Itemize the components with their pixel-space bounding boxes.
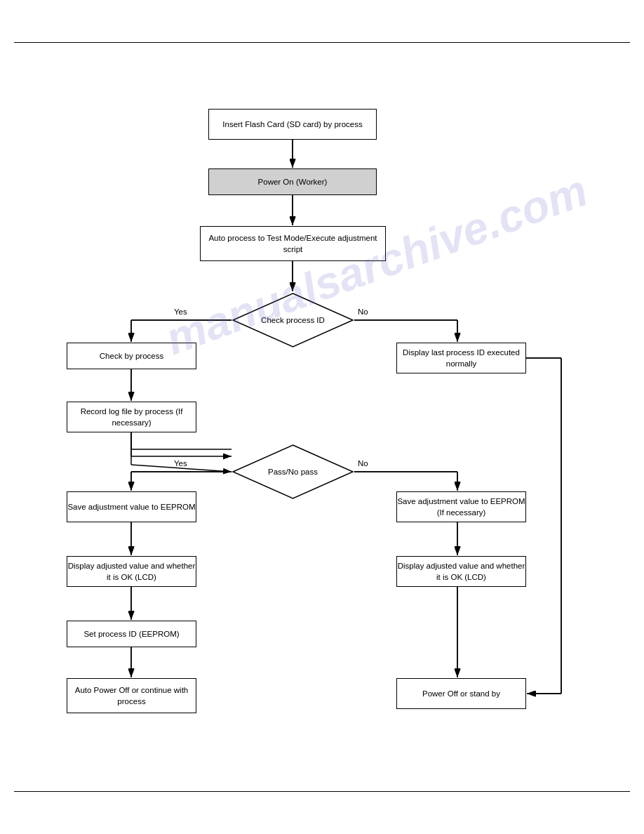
label-no2: No <box>358 459 368 468</box>
box-insert-flash-label: Insert Flash Card (SD card) by process <box>222 119 362 130</box>
label-yes2: Yes <box>174 459 187 468</box>
box-display-adj-yes: Display adjusted value and whether it is… <box>67 556 196 587</box>
flowchart: Insert Flash Card (SD card) by process P… <box>0 49 644 785</box>
box-set-process-id: Set process ID (EEPROM) <box>67 621 196 647</box>
top-rule <box>14 42 630 43</box>
box-insert-flash: Insert Flash Card (SD card) by process <box>208 109 377 140</box>
box-display-adj-no-label: Display adjusted value and whether it is… <box>397 560 525 583</box>
diamond-pass-no-pass: Pass/No pass <box>232 444 354 500</box>
box-power-on-label: Power On (Worker) <box>258 176 328 187</box>
box-power-on: Power On (Worker) <box>208 168 377 195</box>
box-check-by-process: Check by process <box>67 343 196 369</box>
bottom-rule <box>14 791 630 792</box>
box-auto-power-off-label: Auto Power Off or continue with process <box>67 684 196 707</box>
box-check-by-process-label: Check by process <box>100 350 163 362</box>
box-record-log: Record log file by process (If necessary… <box>67 402 196 432</box>
box-display-last: Display last process ID executed normall… <box>396 343 526 373</box>
box-set-process-id-label: Set process ID (EEPROM) <box>83 628 179 640</box>
label-no1: No <box>358 307 368 316</box>
box-display-adj-no: Display adjusted value and whether it is… <box>396 556 526 587</box>
page: manualsarchive.com <box>0 0 644 834</box>
box-auto-process-label: Auto process to Test Mode/Execute adjust… <box>201 232 385 255</box>
label-yes1: Yes <box>174 307 187 316</box>
box-save-adj-no-label: Save adjustment value to EEPROM (If nece… <box>397 496 525 518</box>
box-auto-power-off: Auto Power Off or continue with process <box>67 678 196 713</box>
box-record-log-label: Record log file by process (If necessary… <box>67 406 196 428</box>
diamond-pass-no-pass-label: Pass/No pass <box>268 468 318 476</box>
box-power-off-standby: Power Off or stand by <box>396 678 526 709</box>
box-save-adj-yes-label: Save adjustment value to EEPROM <box>67 501 195 512</box>
box-save-adj-yes: Save adjustment value to EEPROM <box>67 491 196 522</box>
box-auto-process: Auto process to Test Mode/Execute adjust… <box>200 226 386 261</box>
box-save-adj-no: Save adjustment value to EEPROM (If nece… <box>396 491 526 522</box>
box-display-last-label: Display last process ID executed normall… <box>397 347 525 369</box>
box-power-off-standby-label: Power Off or stand by <box>422 688 500 699</box>
diamond-check-process-id: Check process ID <box>232 292 354 348</box>
box-display-adj-yes-label: Display adjusted value and whether it is… <box>67 560 196 583</box>
diamond-check-process-id-label: Check process ID <box>261 316 325 324</box>
